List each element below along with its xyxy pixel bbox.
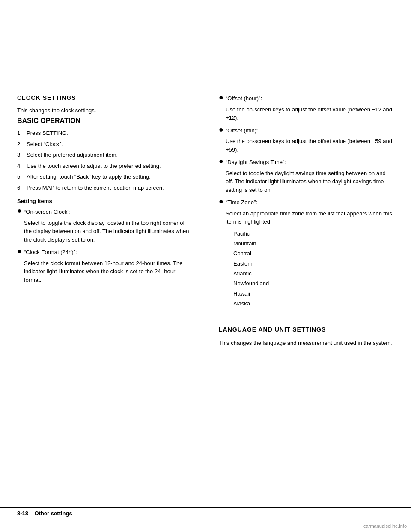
bullet-label: “On-screen Clock”: bbox=[24, 208, 71, 216]
bullet-label: “Daylight Savings Time”: bbox=[226, 158, 286, 167]
step-item: 4.Use the touch screen to adjust to the … bbox=[17, 162, 193, 170]
middle-bullet-section: ●“Offset (hour)”:Use the on-screen keys … bbox=[219, 94, 394, 309]
language-unit-title: LANGUAGE AND UNIT SETTINGS bbox=[219, 326, 394, 333]
language-unit-intro: This changes the language and measuremen… bbox=[219, 339, 394, 348]
content-area: CLOCK SETTINGS This changes the clock se… bbox=[0, 94, 411, 347]
timezone-item: –Atlantic bbox=[226, 269, 394, 278]
bullet-desc: Select an appropriate time zone from the… bbox=[226, 209, 394, 226]
bullet-item-wrapper: ●“Offset (min)”:Use the on-screen keys t… bbox=[219, 126, 394, 154]
timezone-item: –Eastern bbox=[226, 259, 394, 269]
timezone-item: –Central bbox=[226, 248, 394, 258]
step-item: 3.Select the preferred adjustment item. bbox=[17, 151, 193, 159]
timezone-list: –Pacific–Mountain–Central–Eastern–Atlant… bbox=[226, 229, 394, 309]
left-bullet-section: ●“On-screen Clock”:Select to toggle the … bbox=[17, 208, 193, 284]
timezone-item: –Newfoundland bbox=[226, 278, 394, 288]
bullet-label: “Offset (min)”: bbox=[226, 126, 260, 135]
right-column: ●“Offset (hour)”:Use the on-screen keys … bbox=[206, 94, 394, 347]
clock-settings-title: CLOCK SETTINGS bbox=[17, 94, 193, 101]
bullet-desc: Select the clock format between 12-hour … bbox=[24, 259, 193, 284]
bullet-desc: Select to toggle the daylight savings ti… bbox=[226, 169, 394, 194]
bullet-dot: ● bbox=[219, 157, 226, 166]
footer-bar: 8-18 Other settings bbox=[0, 507, 411, 519]
bullet-item-wrapper: ●“Daylight Savings Time”:Select to toggl… bbox=[219, 158, 394, 194]
bullet-item-wrapper: ●“On-screen Clock”:Select to toggle the … bbox=[17, 208, 193, 244]
steps-list: 1.Press SETTING.2.Select “Clock”.3.Selec… bbox=[17, 129, 193, 192]
page-container: CLOCK SETTINGS This changes the clock se… bbox=[0, 0, 411, 532]
timezone-item: –Alaska bbox=[226, 299, 394, 308]
watermark: carmanualsoline.info bbox=[363, 523, 407, 529]
bullet-dot: ● bbox=[219, 126, 226, 134]
timezone-item: –Pacific bbox=[226, 229, 394, 239]
setting-items-title: Setting items bbox=[17, 198, 193, 204]
bullet-item-wrapper: ●“Clock Format (24h)”:Select the clock f… bbox=[17, 248, 193, 284]
bullet-desc: Use the on-screen keys to adjust the off… bbox=[226, 105, 394, 122]
bullet-dot: ● bbox=[219, 93, 226, 102]
bullet-dot: ● bbox=[219, 197, 226, 206]
bullet-item-wrapper: ●“Offset (hour)”:Use the on-screen keys … bbox=[219, 94, 394, 122]
left-column: CLOCK SETTINGS This changes the clock se… bbox=[17, 94, 206, 347]
bullet-label: “Time Zone”: bbox=[226, 198, 257, 207]
footer-page-ref: 8-18 Other settings bbox=[17, 510, 72, 517]
bullet-dot: ● bbox=[17, 247, 24, 256]
bullet-desc: Select to toggle the clock display locat… bbox=[24, 219, 193, 244]
basic-operation-title: BASIC OPERATION bbox=[17, 117, 193, 125]
step-item: 5.After setting, touch “Back” key to app… bbox=[17, 173, 193, 181]
step-item: 1.Press SETTING. bbox=[17, 129, 193, 137]
bullet-label: “Offset (hour)”: bbox=[226, 94, 262, 103]
timezone-item: –Mountain bbox=[226, 239, 394, 248]
clock-settings-intro: This changes the clock settings. bbox=[17, 107, 193, 114]
bullet-label: “Clock Format (24h)”: bbox=[24, 248, 77, 257]
bullet-desc: Use the on-screen keys to adjust the off… bbox=[226, 137, 394, 154]
step-item: 6.Press MAP to return to the current loc… bbox=[17, 184, 193, 192]
bullet-item-wrapper: ●“Time Zone”:Select an appropriate time … bbox=[219, 198, 394, 309]
bullet-dot: ● bbox=[17, 207, 24, 215]
step-item: 2.Select “Clock”. bbox=[17, 140, 193, 149]
timezone-item: –Hawaii bbox=[226, 289, 394, 299]
